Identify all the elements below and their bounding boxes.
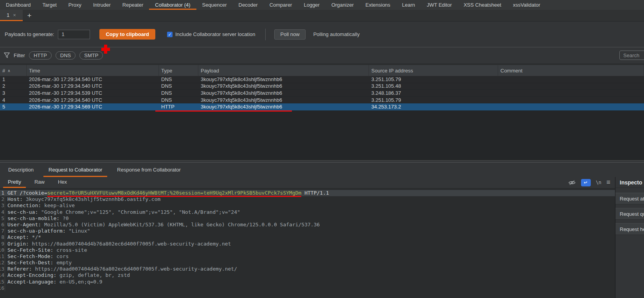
copy-to-clipboard-button[interactable]: Copy to clipboard	[99, 29, 155, 40]
line-number: 5	[0, 215, 5, 222]
column-header-[interactable]: #∧	[0, 65, 27, 76]
menu-item-sequencer[interactable]: Sequencer	[196, 0, 233, 10]
menu-item-xssvalidator[interactable]: xssValidator	[507, 0, 546, 10]
table-header-row: #∧TimeTypePayloadSource IP addressCommen…	[0, 63, 644, 76]
menu-item-organizer[interactable]: Organizer	[326, 0, 360, 10]
inspector-sections: Request atRequest quRequest he	[615, 188, 644, 235]
menu-item-extensions[interactable]: Extensions	[360, 0, 396, 10]
request-line-1: 1GET /?cookie=secret=T0rUR5uHXVFUtuwvM8x…	[0, 190, 615, 196]
request-line-2: 2Host: 3kouyc797xfq5k8c43shljf5twznnhb6.…	[0, 196, 615, 202]
table-row-5[interactable]: 52026-mar.-30 17:29:34.569 UTCHTTP3kouyc…	[0, 103, 644, 110]
filter-pills: HTTPDNSSMTP	[29, 51, 103, 60]
close-icon[interactable]: ×	[13, 12, 16, 18]
table-row-3[interactable]: 32026-mar.-30 17:29:34.539 UTCDNS3kouyc7…	[0, 90, 644, 97]
text-segment: en-US,en;q=0.9	[56, 279, 102, 285]
table-row-4[interactable]: 42026-mar.-30 17:29:34.540 UTCDNS3kouyc7…	[0, 97, 644, 104]
inspector-panel: Inspecto Request atRequest quRequest he	[615, 177, 644, 298]
menu-item-proxy[interactable]: Proxy	[63, 0, 87, 10]
panel-splitter[interactable]	[0, 160, 644, 163]
view-tab-raw[interactable]: Raw	[30, 177, 49, 188]
payload-cell: 3kouyc797xfq5k8c43shljf5twznnhb6	[198, 83, 369, 89]
table-row-1[interactable]: 12026-mar.-30 17:29:34.540 UTCDNS3kouyc7…	[0, 76, 644, 83]
line-number: 16	[0, 285, 5, 291]
newline-chars-icon[interactable]: \n	[596, 180, 601, 185]
column-header-label: Comment	[500, 68, 522, 74]
column-header-type[interactable]: Type	[159, 65, 198, 76]
column-header-source-ip-address[interactable]: Source IP address	[369, 65, 498, 76]
column-header-time[interactable]: Time	[27, 65, 159, 76]
menu-item-collaborator-4[interactable]: Collaborator (4)	[149, 0, 196, 10]
line-number: 13	[0, 266, 5, 272]
table-row-2[interactable]: 22026-mar.-30 17:29:34.540 UTCDNS3kouyc7…	[0, 83, 644, 90]
table-empty-area	[0, 110, 644, 160]
time-cell: 2026-mar.-30 17:29:34.569 UTC	[27, 104, 159, 110]
menu-item-dashboard[interactable]: Dashboard	[0, 0, 37, 10]
menu-item-decoder[interactable]: Decoder	[233, 0, 264, 10]
word-wrap-icon[interactable]: ↵	[581, 179, 591, 186]
payloads-count-input[interactable]	[58, 30, 90, 39]
column-header-payload[interactable]: Payload	[198, 65, 369, 76]
line-text: Sec-Fetch-Mode: cors	[5, 253, 69, 260]
tab-request-to-collaborator[interactable]: Request to Collaborator	[43, 163, 107, 177]
view-tab-pretty[interactable]: Pretty	[3, 177, 26, 188]
add-tab-button[interactable]: +	[23, 10, 36, 21]
collaborator-tab-1[interactable]: 1 ×	[0, 10, 23, 21]
collaborator-toolbar: Payloads to generate: Copy to clipboard …	[0, 21, 644, 47]
request-line-13: 13Referer: https://0aad007404d4b76a802ec…	[0, 266, 615, 272]
menu-item-logger[interactable]: Logger	[298, 0, 325, 10]
request-line-14: 14Accept-Encoding: gzip, deflate, br, zs…	[0, 272, 615, 278]
column-header-comment[interactable]: Comment	[498, 65, 644, 76]
tab-description[interactable]: Description	[3, 163, 39, 177]
menu-item-repeater[interactable]: Repeater	[117, 0, 149, 10]
menu-item-learn[interactable]: Learn	[396, 0, 421, 10]
include-server-location-checkbox[interactable]: ✓	[167, 32, 173, 37]
inspector-section-request-he[interactable]: Request he	[615, 223, 644, 235]
tab-response-from-collaborator[interactable]: Response from Collaborator	[112, 163, 186, 177]
hide-eye-icon[interactable]	[568, 180, 576, 186]
request-line-10: 10Sec-Fetch-Site: cross-site	[0, 247, 615, 253]
request-editor-pane: PrettyRawHex ↵ \n ≡	[0, 177, 615, 298]
menu-item-xss-cheatsheet[interactable]: XSS Cheatsheet	[458, 0, 507, 10]
menu-item-jwt-editor[interactable]: JWT Editor	[421, 0, 458, 10]
text-segment: 3kouyc797xfq5k8c43shljf5twznnhb6.oastify…	[23, 196, 160, 202]
line-text: sec-ch-ua: "Google Chrome";v="125", "Chr…	[5, 209, 240, 215]
payloads-to-generate-label: Payloads to generate:	[5, 31, 54, 37]
filter-label: Filter	[14, 52, 25, 58]
text-segment: Accept-Language:	[7, 279, 56, 285]
filter-funnel-icon	[4, 52, 10, 58]
payload-cell: 3kouyc797xfq5k8c43shljf5twznnhb6	[198, 104, 369, 110]
menu-item-comparer[interactable]: Comparer	[264, 0, 298, 10]
row-number: 3	[0, 90, 27, 96]
text-segment: "Google Chrome";v="125", "Chromium";v="1…	[38, 209, 240, 215]
filter-pill-dns[interactable]: DNS	[56, 51, 76, 60]
line-text: Referer: https://0aad007404d4b76a802ec6d…	[5, 266, 237, 272]
filter-bar: Filter HTTPDNSSMTP	[0, 47, 644, 63]
filter-pill-http[interactable]: HTTP	[29, 51, 52, 60]
row-number: 2	[0, 83, 27, 89]
inspector-section-request-qu[interactable]: Request qu	[615, 208, 644, 220]
menu-item-target[interactable]: Target	[37, 0, 63, 10]
editor-menu-icon[interactable]: ≡	[606, 179, 610, 186]
payload-cell: 3kouyc797xfq5k8c43shljf5twznnhb6	[198, 90, 369, 96]
menu-item-intruder[interactable]: Intruder	[87, 0, 117, 10]
source-ip-cell: 3.251.105.48	[369, 83, 498, 89]
view-tab-hex[interactable]: Hex	[53, 177, 72, 188]
request-editor[interactable]: 1GET /?cookie=secret=T0rUR5uHXVFUtuwvM8x…	[0, 188, 615, 298]
source-ip-cell: 3.251.105.79	[369, 97, 498, 103]
filter-pill-smtp[interactable]: SMTP	[79, 51, 103, 60]
line-number: 6	[0, 222, 5, 228]
text-segment: sec-ch-ua:	[7, 209, 38, 215]
time-cell: 2026-mar.-30 17:29:34.539 UTC	[27, 90, 159, 96]
poll-now-button[interactable]: Poll now	[274, 29, 305, 40]
text-segment: https://0aad007404d4b76a802ec6d400f7005f…	[29, 241, 231, 247]
text-segment: Mozilla/5.0 (Victim) AppleWebKit/537.36 …	[41, 222, 320, 228]
inspector-section-request-at[interactable]: Request at	[615, 193, 644, 204]
column-header-label: Time	[29, 68, 40, 74]
search-input[interactable]	[619, 51, 644, 60]
text-segment: empty	[53, 260, 72, 265]
request-line-3: 3Connection: keep-alive	[0, 202, 615, 209]
text-segment: Sec-Fetch-Dest:	[7, 260, 53, 265]
text-segment: Sec-Fetch-Mode:	[7, 253, 53, 259]
type-cell: DNS	[159, 83, 198, 89]
source-ip-cell: 3.251.105.79	[369, 76, 498, 82]
